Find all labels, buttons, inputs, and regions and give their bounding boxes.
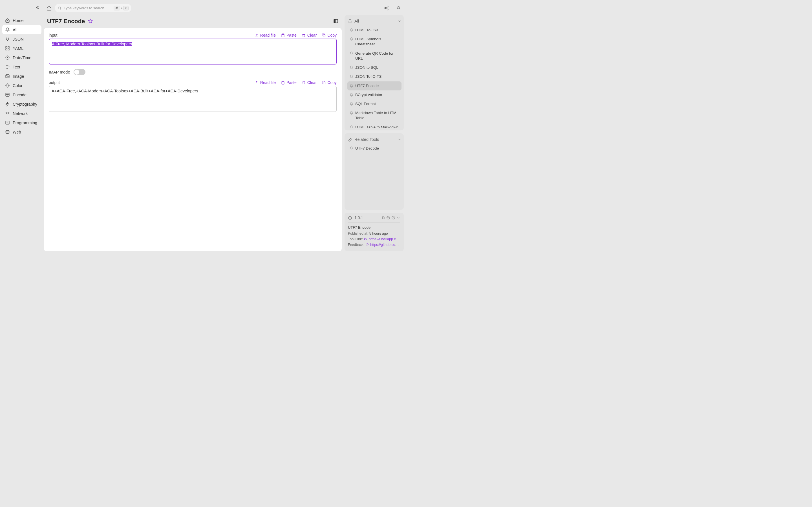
- tool-item[interactable]: HTML Table to Markdown Table: [347, 123, 402, 128]
- output-header: output Read file Paste Clear: [49, 80, 337, 85]
- chevron-down-icon[interactable]: [396, 216, 400, 220]
- text-icon: [5, 64, 10, 69]
- search-input[interactable]: [64, 6, 111, 10]
- chevron-down-icon[interactable]: [398, 19, 402, 23]
- input-textarea[interactable]: A Free, Modern Toolbox Built for Develop…: [49, 39, 337, 64]
- collapse-sidebar-button[interactable]: [35, 5, 40, 10]
- tool-item-label: Generate QR Code for URL: [355, 51, 399, 61]
- svg-point-13: [385, 7, 386, 8]
- nav-label: Image: [13, 74, 24, 78]
- svg-point-27: [392, 216, 395, 219]
- wrench-icon: [348, 137, 352, 142]
- output-read-file-button[interactable]: Read file: [255, 80, 276, 85]
- share-button[interactable]: [384, 6, 389, 10]
- info-header-icons: [381, 216, 400, 220]
- bolt-icon: [5, 102, 10, 107]
- svg-rect-28: [365, 238, 366, 240]
- nav-label: JSON: [13, 37, 24, 41]
- page-title: UTF7 Encode: [47, 18, 85, 24]
- content-area: UTF7 Encode input Read file: [44, 15, 404, 251]
- svg-rect-0: [6, 47, 7, 48]
- chevron-down-icon[interactable]: [398, 137, 402, 142]
- related-tools-list: UTF7 Decode: [347, 144, 403, 207]
- globe-small-icon[interactable]: [386, 216, 390, 220]
- tool-item-label: JSON To IO-TS: [355, 74, 382, 79]
- tool-link[interactable]: https://t.he3app.co…: [369, 237, 400, 241]
- related-tools-panel: Related Tools UTF7 Decode: [345, 133, 404, 210]
- search-icon: [57, 6, 61, 10]
- nav-all[interactable]: All: [2, 25, 42, 34]
- tool-item[interactable]: BCrypt validator: [347, 91, 402, 100]
- nav-color[interactable]: Color: [2, 81, 42, 90]
- nav-datetime[interactable]: Date/Time: [2, 53, 42, 62]
- svg-rect-23: [323, 82, 325, 84]
- input-copy-button[interactable]: Copy: [322, 33, 337, 38]
- nav-network[interactable]: Network: [2, 109, 42, 118]
- tool-item[interactable]: HTML To JSX: [347, 25, 402, 35]
- imap-toggle[interactable]: [73, 69, 86, 75]
- tool-item-label: HTML To JSX: [355, 27, 378, 33]
- nav-home[interactable]: Home: [2, 16, 42, 25]
- main-panel: UTF7 Encode input Read file: [44, 15, 342, 251]
- message-icon[interactable]: [365, 243, 369, 246]
- nav-label: Text: [13, 65, 20, 69]
- favorite-button[interactable]: [88, 18, 93, 24]
- nav-cryptography[interactable]: Cryptography: [2, 100, 42, 109]
- main-wrapper: ⌘ + K UTF7 Encode input: [44, 0, 406, 253]
- check-circle-icon[interactable]: [391, 216, 395, 220]
- tool-item[interactable]: Generate QR Code for URL: [347, 49, 402, 63]
- output-clear-button[interactable]: Clear: [302, 80, 317, 85]
- page-header: UTF7 Encode: [44, 15, 342, 28]
- output-label: output: [49, 80, 60, 85]
- paste-icon: [281, 33, 285, 38]
- input-paste-button[interactable]: Paste: [281, 33, 297, 38]
- tool-item[interactable]: HTML Symbols Cheatsheet: [347, 35, 402, 49]
- tool-item[interactable]: SQL Format: [347, 100, 402, 108]
- search-box[interactable]: ⌘ + K: [55, 4, 131, 12]
- nav-json[interactable]: JSON: [2, 34, 42, 44]
- copy-icon: [322, 80, 326, 85]
- nav-label: Network: [13, 111, 28, 116]
- trash-icon: [302, 33, 306, 38]
- grid-icon: [5, 46, 10, 51]
- tool-item[interactable]: JSON To IO-TS: [347, 72, 402, 81]
- user-button[interactable]: [396, 6, 401, 10]
- encode-icon: [5, 93, 10, 97]
- output-textarea[interactable]: A+ACA-Free,+ACA-Modern+ACA-Toolbox+ACA-B…: [49, 86, 337, 112]
- home-button[interactable]: [47, 6, 52, 11]
- globe-icon: [5, 129, 10, 134]
- copy-small-icon[interactable]: [381, 216, 385, 220]
- svg-rect-2: [6, 49, 7, 50]
- tool-item[interactable]: Markdown Table to HTML Table: [347, 108, 402, 122]
- trash-icon: [302, 80, 306, 85]
- tool-item-label: HTML Table to Markdown Table: [355, 125, 399, 128]
- input-label: input: [49, 33, 57, 38]
- nav-web[interactable]: Web: [2, 127, 42, 136]
- feedback-link[interactable]: https://github.com/…: [370, 243, 400, 247]
- input-clear-button[interactable]: Clear: [302, 33, 317, 38]
- plug-icon: [5, 37, 10, 41]
- tool-item[interactable]: UTF7 Decode: [347, 144, 402, 153]
- tool-item[interactable]: UTF7 Encode: [347, 81, 402, 91]
- toggle-sidepanel-button[interactable]: [333, 18, 338, 24]
- upload-icon: [255, 33, 259, 38]
- svg-point-11: [58, 7, 60, 9]
- terminal-icon: [5, 120, 10, 125]
- all-tools-list[interactable]: HTML To JSXHTML Symbols CheatsheetGenera…: [347, 25, 403, 128]
- tool-item-label: UTF7 Encode: [355, 83, 378, 89]
- nav-label: Cryptography: [13, 102, 37, 107]
- nav-text[interactable]: Text: [2, 62, 42, 71]
- bell-icon: [348, 19, 352, 23]
- nav-programming[interactable]: Programming: [2, 118, 42, 127]
- copy-icon[interactable]: [364, 237, 367, 241]
- nav-yaml[interactable]: YAML: [2, 44, 42, 53]
- nav-label: Web: [13, 130, 21, 134]
- input-read-file-button[interactable]: Read file: [255, 33, 276, 38]
- tool-item[interactable]: JSON to SQL: [347, 63, 402, 72]
- output-copy-button[interactable]: Copy: [322, 80, 337, 85]
- nav-encode[interactable]: Encode: [2, 90, 42, 100]
- output-paste-button[interactable]: Paste: [281, 80, 297, 85]
- imap-mode-row: IMAP mode: [49, 69, 337, 75]
- nav-image[interactable]: Image: [2, 71, 42, 81]
- svg-rect-17: [334, 19, 335, 23]
